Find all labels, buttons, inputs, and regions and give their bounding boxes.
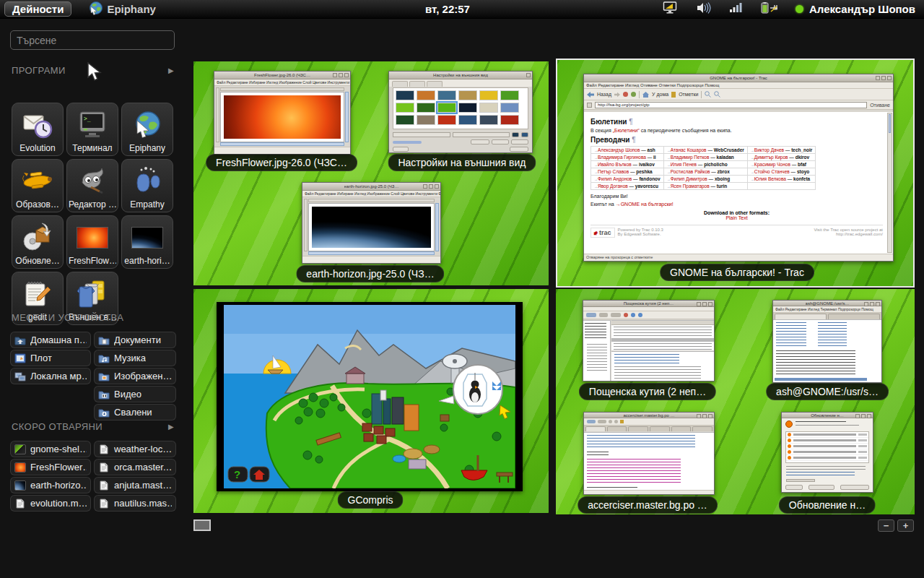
workspace-thumbnail[interactable] — [193, 519, 211, 531]
zoom-in-icon[interactable] — [705, 91, 711, 98]
translator-name-link[interactable]: Виктор Дачев — [754, 147, 784, 152]
workspace-add-button[interactable]: + — [897, 519, 914, 532]
evolution-folder-pane[interactable] — [583, 320, 611, 381]
app-tile-terminal[interactable]: >_ Терминал — [66, 103, 118, 156]
workspace-2-active[interactable]: GNOME на български! - Trac Файл Редактир… — [556, 59, 915, 288]
recent-item[interactable]: anjuta.mast… — [94, 477, 176, 493]
scrollbar-horizontal[interactable] — [308, 251, 435, 255]
programs-expand-icon[interactable]: ▶ — [168, 66, 174, 74]
go-button[interactable]: Отиване — [870, 103, 890, 108]
translator-name-link[interactable]: Атанас Кошаров — [671, 147, 707, 152]
evolution-toolbar[interactable] — [583, 311, 714, 319]
terminal-menubar[interactable]: Файл Редактиране Изглед Терминал Подпроз… — [773, 306, 881, 313]
window-buttons[interactable] — [864, 302, 880, 306]
translator-name-link[interactable]: Красимир Чонов — [754, 162, 790, 167]
translator-name-link[interactable]: Димитър Киров — [754, 155, 788, 160]
wallpaper-thumbnail[interactable] — [417, 90, 435, 100]
gimp-canvas[interactable] — [220, 92, 344, 142]
gedit-body[interactable] — [584, 432, 714, 490]
translator-name-link[interactable]: Александър Шопов — [598, 147, 640, 152]
gimp-menubar[interactable]: Файл Редактиране Избиране Изглед Изображ… — [214, 79, 350, 86]
gedit-tabs[interactable] — [584, 426, 714, 431]
update-row[interactable] — [786, 438, 868, 444]
window-titlebar[interactable]: GNOME на български! - Trac — [584, 74, 893, 82]
wallpaper-thumbnail[interactable] — [437, 103, 456, 113]
scrollbar-vertical[interactable] — [345, 92, 349, 142]
place-pictures[interactable]: Изображен… — [94, 368, 176, 384]
display-icon[interactable] — [663, 1, 679, 17]
recent-item[interactable]: gnome-shel… — [10, 441, 91, 457]
window-titlebar[interactable]: earth-horizon.jpg-25.0 (ЧЗ… — [302, 183, 440, 191]
window-trac-browser[interactable]: GNOME на български! - Trac Файл Редактир… — [583, 74, 894, 262]
window-label-gedit[interactable]: accerciser.master.bg.po … — [578, 496, 718, 514]
translator-name-link[interactable]: Ивайло Вълков — [598, 162, 632, 167]
team-link[interactable]: →GNOME на български! — [616, 202, 674, 207]
browser-menubar[interactable]: Файл Редактиране Изглед Отиване Отметки … — [584, 82, 893, 89]
volume-icon[interactable] — [696, 1, 712, 17]
updates-list[interactable] — [785, 431, 869, 463]
window-label-terminal[interactable]: ash@GNOME:/usr/s… — [766, 383, 889, 400]
wallpaper-thumbnail[interactable] — [458, 103, 477, 113]
wallpaper-thumbnail[interactable] — [458, 90, 477, 100]
plain-text-link[interactable]: Plain Text — [725, 215, 747, 220]
window-buttons[interactable] — [876, 76, 892, 80]
app-tile-gimp[interactable]: Редактор … — [66, 159, 118, 212]
update-row[interactable] — [786, 444, 868, 449]
bookmark-icon[interactable] — [671, 92, 676, 98]
gimp-menubar[interactable]: Файл Редактиране Избиране Изглед Изображ… — [302, 191, 440, 197]
window-titlebar[interactable]: Пощенска кутия (2 неп… — [583, 301, 714, 307]
app-tile-earth-horizon[interactable]: earth-hori… — [121, 215, 173, 269]
app-tile-empathy[interactable]: Empathy — [121, 159, 173, 212]
place-local-network[interactable]: Локална мр… — [10, 368, 91, 384]
translator-name-link[interactable]: Ростислав Райков — [671, 169, 710, 174]
window-gimp-earth[interactable]: earth-horizon.jpg-25.0 (ЧЗ… Файл Редакти… — [302, 182, 441, 264]
wallpaper-thumbnail[interactable] — [396, 90, 414, 100]
translator-name-link[interactable]: Илия Пенев — [671, 162, 697, 167]
translator-name-link[interactable]: Юлия Велкова — [754, 176, 786, 181]
appearance-combos[interactable] — [393, 132, 528, 137]
evolution-preview-pane[interactable] — [611, 351, 714, 381]
search-input[interactable] — [10, 30, 175, 50]
recent-item[interactable]: nautilus.mas… — [94, 495, 176, 512]
appearance-tabs[interactable] — [389, 79, 532, 87]
translator-name-link[interactable]: Петър Славов — [598, 169, 629, 174]
workspace-1[interactable]: FreshFlower.jpg-26.0 (ЧЗС… Файл Редактир… — [193, 61, 549, 285]
window-titlebar[interactable]: Обновление н… — [782, 413, 873, 418]
window-titlebar[interactable]: ash@GNOME:/usr/s… — [773, 301, 881, 306]
user-menu[interactable]: Александър Шопов — [796, 3, 915, 15]
wallpaper-thumbnail[interactable] — [479, 90, 498, 100]
update-row[interactable] — [786, 455, 868, 461]
terminal-body[interactable] — [773, 319, 881, 382]
window-label-freshflower[interactable]: FreshFlower.jpg-26.0 (ЧЗС… — [206, 154, 357, 171]
activities-button[interactable]: Дейности — [4, 1, 71, 17]
recent-item[interactable]: orca.master.… — [94, 459, 176, 475]
workspace-4[interactable]: Пощенска кутия (2 неп… ash@ — [556, 289, 915, 514]
app-tile-updates[interactable]: Обновле… — [12, 215, 64, 269]
network-signal-icon[interactable] — [729, 1, 744, 17]
app-tile-gcompris[interactable]: Образов… — [12, 159, 64, 212]
wallpaper-thumbnail[interactable] — [396, 115, 414, 125]
recent-item[interactable]: FreshFlower… — [10, 459, 91, 475]
window-buttons[interactable] — [697, 302, 712, 306]
window-buttons[interactable] — [855, 414, 871, 418]
recent-expand-icon[interactable]: ▶ — [168, 423, 174, 431]
wallpaper-thumbnail[interactable] — [417, 115, 435, 125]
wallpaper-thumbnail[interactable] — [500, 90, 519, 100]
update-row[interactable] — [786, 449, 868, 455]
reload-icon[interactable] — [631, 92, 636, 97]
window-label-appearance[interactable]: Настройки на външния вид — [388, 154, 536, 171]
window-buttons[interactable] — [697, 414, 712, 418]
terminal-tabs[interactable] — [773, 313, 881, 319]
window-label-updates[interactable]: Обновление н… — [779, 496, 876, 514]
place-downloads[interactable]: Свалени — [94, 404, 176, 420]
window-label-evolution[interactable]: Пощенска кутия (2 неп… — [579, 383, 716, 400]
window-titlebar[interactable]: accerciser.master.bg.po … — [584, 413, 714, 418]
appearance-buttons[interactable] — [393, 139, 528, 144]
wallpaper-thumbnail[interactable] — [479, 115, 498, 125]
workspace-remove-button[interactable]: − — [878, 519, 894, 532]
zoom-out-icon[interactable] — [714, 91, 720, 98]
evolution-message-list[interactable] — [611, 320, 714, 350]
window-evolution-mail[interactable]: Пощенска кутия (2 неп… — [583, 300, 715, 381]
window-buttons[interactable] — [423, 184, 439, 189]
wallpaper-thumbnail[interactable] — [437, 115, 456, 125]
